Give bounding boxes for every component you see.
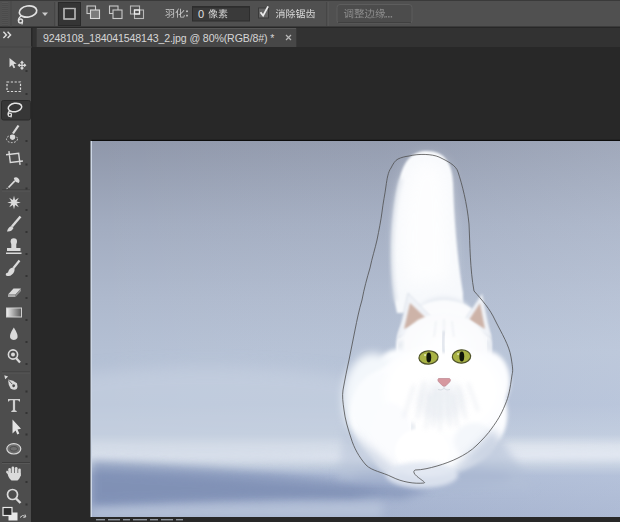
svg-text:0: 0 xyxy=(198,8,204,20)
svg-text:9248108_184041548143_2.jpg @ 8: 9248108_184041548143_2.jpg @ 80%(RGB/8#)… xyxy=(43,32,274,44)
